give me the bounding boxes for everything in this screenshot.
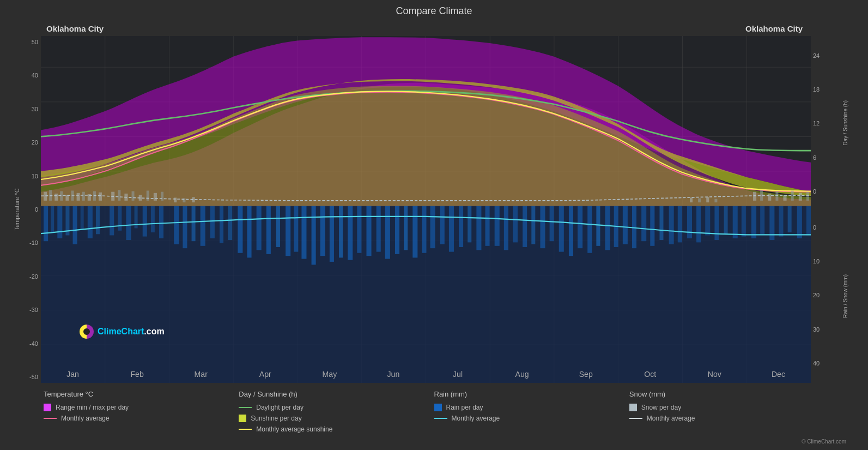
svg-rect-98 [724,206,728,235]
svg-rect-95 [696,206,701,243]
svg-rect-134 [753,192,756,201]
y-tick-40: 40 [11,72,41,79]
legend-item-rain-swatch: Rain per day [434,404,629,411]
legend-label-rain-avg: Monthly average [452,415,500,422]
x-label-feb: Feb [130,370,143,379]
chart-title: Compare Climate [11,5,857,17]
y-tick-50: 50 [11,39,41,45]
svg-rect-50 [286,206,290,256]
svg-rect-122 [132,191,135,201]
legend-area: Temperature °C Range min / max per day M… [11,386,857,437]
legend-line-temp-avg [44,418,57,419]
y-tick-n10: -10 [11,239,41,246]
svg-rect-57 [348,206,353,260]
main-container: Compare Climate Oklahoma City Oklahoma C… [0,0,868,450]
legend-label-sunshine: Sunshine per day [251,415,301,422]
y-tick-n30: -30 [11,307,41,313]
x-label-apr: Apr [259,370,271,379]
svg-rect-101 [751,206,756,238]
svg-rect-66 [430,206,435,249]
legend-title-snow: Snow (mm) [629,390,824,398]
legend-group-sunshine: Day / Sunshine (h) Daylight per day Suns… [239,390,434,433]
svg-rect-39 [183,206,187,249]
logo-text-cyan-bottom: ClimeChart [98,327,144,336]
svg-rect-56 [339,206,343,258]
svg-rect-140 [799,193,802,201]
svg-rect-60 [377,206,381,252]
svg-rect-44 [228,206,232,241]
y-tick-right-0b: 0 [811,224,834,231]
svg-rect-41 [201,206,205,246]
legend-item-temp-range: Range min / max per day [44,404,239,411]
svg-rect-82 [578,206,582,249]
x-label-jan: Jan [66,370,79,379]
svg-rect-62 [395,206,399,254]
y-tick-right-0a: 0 [811,188,834,195]
svg-rect-30 [96,206,100,235]
svg-rect-93 [678,206,682,243]
svg-rect-94 [687,206,692,238]
legend-item-rain-avg: Monthly average [434,415,629,422]
svg-rect-106 [797,206,802,238]
city-label-left: Oklahoma City [46,24,104,33]
svg-rect-35 [143,206,147,237]
svg-rect-79 [550,206,554,242]
legend-line-daylight [239,407,252,408]
y-tick-right-18: 18 [811,86,834,93]
svg-rect-110 [54,194,58,201]
legend-item-snow-avg: Monthly average [629,415,824,422]
svg-rect-124 [147,191,149,201]
y-tick-20: 20 [11,139,41,146]
svg-rect-127 [174,197,177,202]
legend-item-daylight: Daylight per day [239,404,434,411]
svg-rect-53 [312,206,316,265]
svg-rect-67 [440,206,445,244]
svg-rect-23 [44,206,48,242]
svg-rect-92 [669,206,674,244]
svg-rect-36 [151,206,155,233]
svg-rect-102 [760,206,764,235]
svg-rect-70 [468,206,471,243]
svg-rect-85 [605,206,610,250]
svg-rect-59 [366,206,371,256]
legend-swatch-sunshine [239,415,246,422]
svg-rect-29 [88,206,93,238]
legend-line-rain-avg [434,418,447,419]
legend-line-sunshine-avg [239,429,252,430]
svg-rect-89 [641,206,646,242]
legend-label-daylight: Daylight per day [256,404,304,411]
x-label-nov: Nov [708,370,722,379]
y-tick-right-20: 20 [811,292,834,298]
svg-rect-114 [77,193,80,201]
y-axis-left-label: Temperature °C [14,188,20,230]
x-label-aug: Aug [515,370,529,379]
svg-rect-84 [596,206,600,246]
y-tick-right-10: 10 [811,258,834,265]
svg-rect-51 [294,206,298,252]
svg-rect-125 [154,193,157,201]
x-label-jul: Jul [453,370,463,379]
y-tick-right-40: 40 [811,360,834,367]
city-label-right: Oklahoma City [745,24,803,33]
y-tick-right-12: 12 [811,120,834,127]
svg-rect-137 [775,191,778,201]
logo-bottom-left: ClimeChart.com [79,324,165,339]
logo-text-white-bottom: .com [144,327,164,336]
svg-rect-47 [257,206,262,250]
svg-rect-65 [422,206,426,253]
x-label-jun: Jun [387,370,400,379]
svg-rect-91 [659,206,663,241]
y-tick-30: 30 [11,106,41,112]
svg-rect-100 [742,206,746,237]
svg-rect-120 [118,190,120,200]
x-label-mar: Mar [195,370,208,379]
legend-label-rain: Rain per day [446,404,483,411]
svg-rect-68 [449,206,454,252]
legend-item-temp-avg: Monthly average [44,415,239,422]
svg-rect-25 [57,206,62,238]
svg-rect-32 [118,206,122,231]
y-axis-right-label-rain: Rain / Snow (mm) [842,274,848,318]
svg-rect-54 [320,206,325,256]
svg-rect-136 [768,194,771,201]
y-tick-right-30: 30 [811,326,834,333]
